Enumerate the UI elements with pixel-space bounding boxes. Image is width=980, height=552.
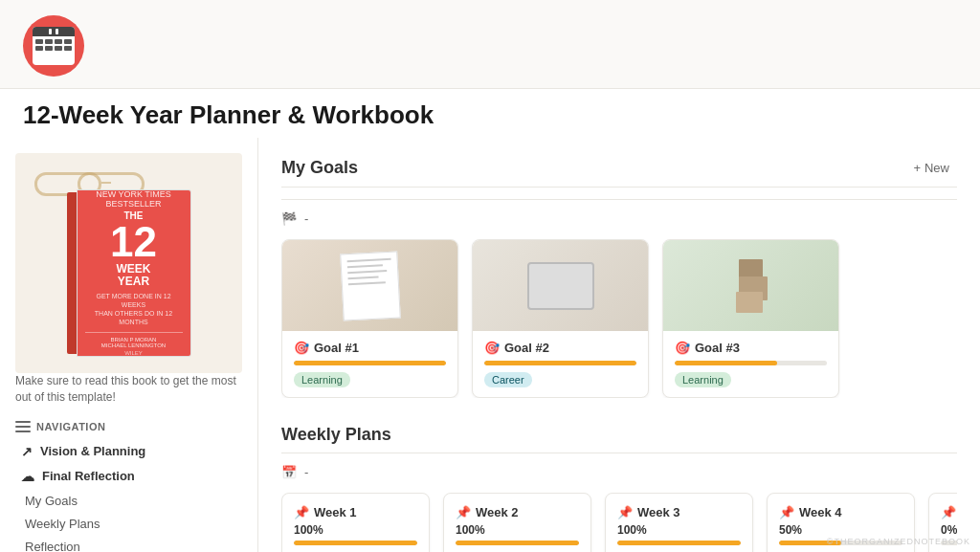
week-2-name: 📌 Week 2 <box>456 505 579 519</box>
goal-2-progress-bar <box>484 361 636 365</box>
app-container: 12-Week Year Planner & Workbook NEW YORK… <box>0 0 980 552</box>
goals-section: My Goals + New 🏁 - <box>281 157 957 398</box>
goal-2-name: 🎯 Goal #2 <box>484 341 636 355</box>
plus-icon: + <box>913 161 921 175</box>
book-subtitle: NEW YORK TIMES BESTSELLER <box>85 189 183 209</box>
header-icon-area <box>23 15 84 77</box>
week-2-bar <box>456 541 579 545</box>
week-4-pin-icon: 📌 <box>779 505 794 519</box>
week-2-pct: 100% <box>456 523 579 537</box>
goal-2-icon: 🎯 <box>484 341 500 355</box>
header <box>0 0 980 89</box>
goal-3-name: 🎯 Goal #3 <box>675 341 827 355</box>
weekly-label: Weekly Plans <box>25 517 100 531</box>
week-1-pct: 100% <box>294 523 417 537</box>
book-cover-image: NEW YORK TIMES BESTSELLER THE 12 WEEK YE… <box>67 189 191 357</box>
sidebar-subitem-weekly[interactable]: Weekly Plans <box>15 513 242 535</box>
sidebar-book-image: NEW YORK TIMES BESTSELLER THE 12 WEEK YE… <box>15 153 242 373</box>
nav-header-label: NAVIGATION <box>36 421 105 432</box>
vision-icon: ↗ <box>21 444 33 459</box>
goal-card-3-body: 🎯 Goal #3 Learning <box>663 331 838 397</box>
goal-card-3[interactable]: 🎯 Goal #3 Learning <box>662 239 839 398</box>
sidebar-subitem-reflection[interactable]: Reflection <box>15 536 242 552</box>
goal-1-icon: 🎯 <box>294 341 309 355</box>
sidebar-item-reflection[interactable]: ☁ Final Reflection <box>15 465 242 488</box>
main-layout: NEW YORK TIMES BESTSELLER THE 12 WEEK YE… <box>0 138 980 552</box>
reflection-label: Reflection <box>25 540 80 552</box>
goal-card-1[interactable]: 🎯 Goal #1 Learning <box>281 239 458 398</box>
weekly-filter-row: 📅 - <box>281 465 957 479</box>
goal-1-progress-fill <box>294 361 446 365</box>
week-3-pct: 100% <box>617 523 741 537</box>
goal-2-progress-fill <box>484 361 636 365</box>
week-card-3[interactable]: 📌 Week 3 100% January 15, 2024 → January… <box>605 493 753 552</box>
week-4-name: 📌 Week 4 <box>779 505 902 519</box>
calendar-icon <box>23 15 84 77</box>
book-label-week: WEEK <box>117 263 151 276</box>
glasses-bridge <box>101 182 111 184</box>
week-3-name: 📌 Week 3 <box>617 505 741 519</box>
goal-card-1-body: 🎯 Goal #1 Learning <box>282 331 457 397</box>
week-3-fill <box>617 541 741 545</box>
weekly-section: Weekly Plans 📅 - 📌 Week 1 100% <box>281 425 957 552</box>
week-5-pin-icon: 📌 <box>941 505 956 519</box>
book-number-12: 12 <box>110 221 157 263</box>
goal-card-2-body: 🎯 Goal #2 Career <box>473 331 648 397</box>
goal-1-progress-bar <box>294 361 446 365</box>
goal-card-1-img <box>282 240 457 331</box>
goal-3-progress-bar <box>675 361 827 365</box>
week-card-2[interactable]: 📌 Week 2 100% January 8, 2024 → January … <box>443 493 591 552</box>
week-1-fill <box>294 541 417 545</box>
page-title-section: 12-Week Year Planner & Workbook <box>0 89 980 138</box>
goal-1-name: 🎯 Goal #1 <box>294 341 446 355</box>
week-card-1[interactable]: 📌 Week 1 100% January 1, 2024 → January … <box>281 493 430 552</box>
goal-2-tag: Career <box>484 372 532 387</box>
sidebar-caption: Make sure to read this book to get the m… <box>15 373 242 406</box>
book-tagline: GET MORE DONE IN 12 WEEKSTHAN OTHERS DO … <box>85 292 183 326</box>
goals-section-title: My Goals <box>281 158 358 178</box>
weekly-filter-label: - <box>304 465 308 479</box>
week-1-bar <box>294 541 417 545</box>
book-publisher: WILEY <box>85 350 183 356</box>
book-cover-inner: NEW YORK TIMES BESTSELLER THE 12 WEEK YE… <box>78 190 190 356</box>
calendar-filter-icon: 📅 <box>281 465 297 479</box>
sidebar-subitem-goals[interactable]: My Goals <box>15 490 242 512</box>
content-area: My Goals + New 🏁 - <box>258 138 980 552</box>
week-5-name: 📌 Week 5 <box>941 505 957 519</box>
book-author-area: BRIAN P MORAN MICHAEL LENNINGTON WILEY <box>85 332 183 356</box>
reflect-icon: ☁ <box>21 469 34 484</box>
week-3-bar <box>617 541 741 545</box>
goals-header-row: My Goals + New <box>281 157 957 188</box>
new-label: New <box>924 161 949 175</box>
sidebar-item-vision[interactable]: ↗ Vision & Planning <box>15 440 242 463</box>
goals-new-button[interactable]: + New <box>905 157 957 179</box>
goals-filter-row: 🏁 - <box>281 211 957 226</box>
sidebar: NEW YORK TIMES BESTSELLER THE 12 WEEK YE… <box>0 138 258 552</box>
sidebar-item-vision-label: Vision & Planning <box>40 444 145 458</box>
nav-section: NAVIGATION ↗ Vision & Planning ☁ Final R… <box>15 421 242 552</box>
goal-3-tag: Learning <box>675 372 731 387</box>
goals-label: My Goals <box>25 494 78 508</box>
hamburger-icon <box>15 421 31 432</box>
week-3-pin-icon: 📌 <box>617 505 633 519</box>
weekly-header-row: Weekly Plans <box>281 425 957 445</box>
weekly-section-title: Weekly Plans <box>281 425 391 445</box>
nav-header: NAVIGATION <box>15 421 242 432</box>
goal-card-2[interactable]: 🎯 Goal #2 Career <box>472 239 649 398</box>
week-1-pin-icon: 📌 <box>294 505 309 519</box>
book-label-year: YEAR <box>118 276 149 288</box>
goal-card-3-img <box>663 240 838 331</box>
week-4-pct: 50% <box>779 523 902 537</box>
flag-icon: 🏁 <box>281 211 297 226</box>
goals-filter-label: - <box>304 211 308 226</box>
week-1-name: 📌 Week 1 <box>294 505 417 519</box>
week-2-pin-icon: 📌 <box>456 505 471 519</box>
watermark: ©THEORGANIZEDNOTEBOOK <box>827 537 970 546</box>
book-coauthor: MICHAEL LENNINGTON <box>85 342 183 348</box>
week-2-fill <box>456 541 579 545</box>
book-pages: NEW YORK TIMES BESTSELLER THE 12 WEEK YE… <box>77 189 191 357</box>
goal-3-progress-fill <box>675 361 777 365</box>
week-5-pct: 0% <box>941 523 957 537</box>
sidebar-item-reflection-label: Final Reflection <box>42 469 135 483</box>
goals-grid: 🎯 Goal #1 Learning <box>281 239 957 398</box>
